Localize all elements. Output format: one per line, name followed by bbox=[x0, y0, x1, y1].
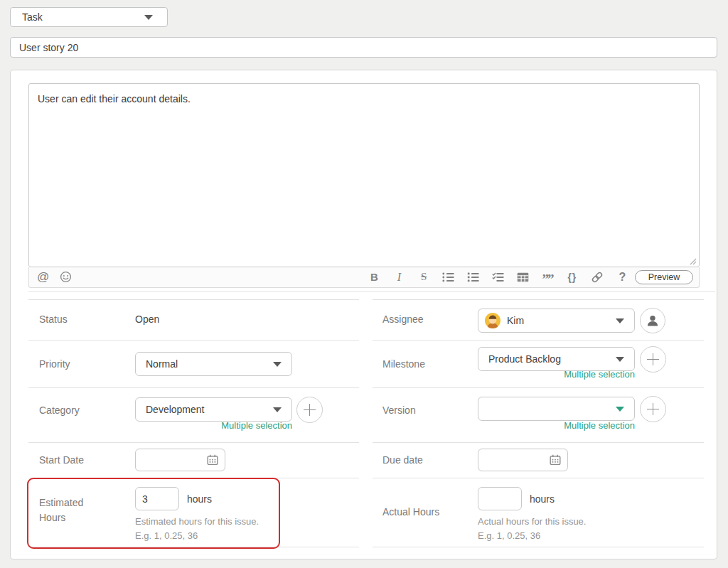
actual-hours-example: E.g. 1, 0.25, 36 bbox=[478, 530, 540, 541]
estimated-hours-help: Estimated hours for this issue. bbox=[135, 516, 259, 527]
chevron-down-icon bbox=[616, 318, 624, 323]
assign-to-me-button[interactable] bbox=[640, 308, 665, 333]
bold-icon[interactable]: B bbox=[368, 272, 380, 282]
divider bbox=[28, 340, 359, 341]
issue-title-value: User story 20 bbox=[19, 42, 78, 53]
chevron-down-icon bbox=[616, 357, 624, 362]
priority-label: Priority bbox=[39, 358, 70, 370]
issue-form: Task User story 20 User can edit their a… bbox=[0, 0, 728, 568]
milestone-multiple-selection-link[interactable]: Multiple selection bbox=[564, 369, 635, 380]
version-multiple-selection-link[interactable]: Multiple selection bbox=[564, 420, 635, 431]
mention-icon[interactable]: @ bbox=[37, 271, 49, 283]
category-select[interactable]: Development bbox=[135, 397, 292, 422]
chevron-down-icon bbox=[616, 407, 624, 412]
chevron-down-icon bbox=[273, 362, 282, 367]
milestone-select[interactable]: Product Backlog bbox=[478, 347, 635, 371]
add-version-button[interactable] bbox=[640, 396, 666, 422]
emoji-icon[interactable] bbox=[60, 271, 72, 283]
assignee-value: Kim bbox=[507, 315, 524, 326]
numbered-list-icon[interactable] bbox=[467, 272, 479, 282]
divider bbox=[373, 340, 704, 341]
due-date-label: Due date bbox=[382, 454, 423, 466]
plus-icon bbox=[647, 403, 659, 415]
plus-icon bbox=[304, 404, 316, 416]
status-value: Open bbox=[135, 314, 159, 325]
chevron-down-icon bbox=[144, 15, 153, 20]
status-label: Status bbox=[39, 314, 68, 325]
priority-select[interactable]: Normal bbox=[135, 352, 292, 376]
editor-toolbar: @ B I S bbox=[28, 267, 700, 288]
actual-hours-label: Actual Hours bbox=[382, 506, 439, 518]
strikethrough-icon[interactable]: S bbox=[418, 272, 430, 282]
start-date-label: Start Date bbox=[39, 454, 84, 466]
assignee-label: Assignee bbox=[382, 314, 424, 325]
issue-type-value: Task bbox=[22, 11, 43, 23]
milestone-label: Milestone bbox=[382, 358, 425, 370]
quote-icon[interactable]: ”” bbox=[542, 268, 554, 286]
milestone-value: Product Backlog bbox=[488, 353, 561, 365]
divider bbox=[373, 299, 704, 300]
checklist-icon[interactable] bbox=[492, 272, 504, 282]
assignee-select[interactable]: Kim bbox=[478, 309, 635, 333]
issue-title-field[interactable]: User story 20 bbox=[10, 37, 717, 58]
estimated-hours-example: E.g. 1, 0.25, 36 bbox=[135, 530, 198, 541]
actual-hours-unit: hours bbox=[530, 493, 555, 505]
link-icon[interactable] bbox=[591, 271, 604, 284]
version-select[interactable] bbox=[478, 397, 635, 421]
assignee-avatar bbox=[485, 313, 500, 328]
divider bbox=[373, 442, 704, 443]
add-category-button[interactable] bbox=[296, 397, 323, 423]
help-icon[interactable]: ? bbox=[616, 272, 628, 283]
divider bbox=[28, 547, 359, 547]
divider bbox=[28, 442, 359, 443]
category-label: Category bbox=[39, 404, 80, 416]
actual-hours-help: Actual hours for this issue. bbox=[478, 516, 586, 527]
calendar-icon bbox=[550, 454, 561, 466]
due-date-input[interactable] bbox=[478, 449, 568, 471]
divider bbox=[373, 547, 704, 547]
add-milestone-button[interactable] bbox=[640, 346, 666, 373]
table-icon[interactable] bbox=[517, 272, 529, 282]
calendar-icon bbox=[207, 454, 218, 466]
actual-hours-input[interactable] bbox=[478, 487, 522, 510]
divider bbox=[28, 478, 359, 478]
editor-bottom-divider bbox=[28, 291, 715, 292]
divider bbox=[373, 387, 704, 388]
plus-icon bbox=[647, 353, 659, 365]
estimated-hours-unit: hours bbox=[187, 493, 212, 505]
resize-handle-icon[interactable] bbox=[689, 257, 697, 265]
toolbar-right-group: B I S bbox=[368, 267, 628, 286]
divider bbox=[28, 387, 359, 388]
bullet-list-icon[interactable] bbox=[442, 272, 454, 282]
description-textarea[interactable]: User can edit their account details. bbox=[28, 83, 700, 267]
preview-button[interactable]: Preview bbox=[635, 270, 693, 284]
estimated-hours-label: Estimated Hours bbox=[39, 495, 105, 525]
person-icon bbox=[646, 314, 660, 328]
estimated-hours-input[interactable] bbox=[135, 487, 179, 510]
category-multiple-selection-link[interactable]: Multiple selection bbox=[221, 420, 292, 431]
divider bbox=[28, 299, 359, 300]
category-value: Development bbox=[146, 404, 205, 415]
issue-type-select[interactable]: Task bbox=[10, 7, 168, 27]
chevron-down-icon bbox=[273, 407, 282, 412]
divider bbox=[373, 478, 704, 478]
code-braces-icon[interactable]: {} bbox=[566, 272, 578, 282]
italic-icon[interactable]: I bbox=[393, 272, 405, 283]
version-label: Version bbox=[382, 404, 416, 416]
toolbar-left-group: @ bbox=[37, 267, 72, 286]
start-date-input[interactable] bbox=[135, 449, 225, 471]
priority-value: Normal bbox=[146, 358, 178, 370]
